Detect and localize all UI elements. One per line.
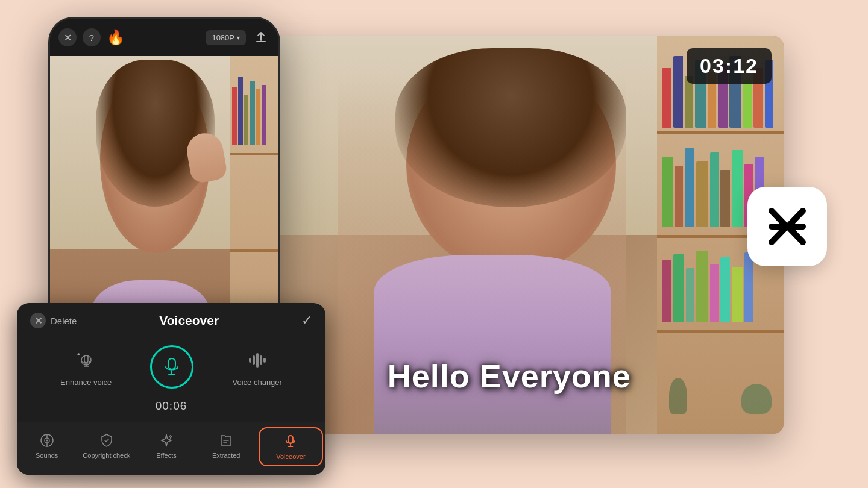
confirm-check[interactable]: ✓ xyxy=(301,313,312,328)
mic-ring xyxy=(150,345,193,389)
resolution-selector[interactable]: 1080P ▾ xyxy=(206,30,246,45)
svg-point-14 xyxy=(46,440,48,442)
toolbar-item-extracted[interactable]: Extracted xyxy=(197,427,256,466)
voiceover-toolbar-icon xyxy=(282,433,299,450)
svg-rect-17 xyxy=(288,436,293,443)
toolbar-item-effects[interactable]: Effects xyxy=(136,427,196,466)
timer-display: 00:06 xyxy=(17,393,326,422)
copyright-icon xyxy=(98,432,115,449)
video-preview: 03:12 Hello Everyone xyxy=(259,36,784,434)
svg-rect-4 xyxy=(168,358,175,369)
microphone-button[interactable] xyxy=(150,345,193,389)
svg-rect-7 xyxy=(249,358,251,363)
svg-rect-10 xyxy=(260,355,262,365)
flame-icon: 🔥 xyxy=(107,29,125,46)
effects-label: Effects xyxy=(156,452,176,459)
delete-label: Delete xyxy=(51,316,77,326)
timestamp-badge: 03:12 xyxy=(687,48,772,84)
help-button[interactable]: ? xyxy=(83,28,101,46)
mic-icon xyxy=(162,357,181,377)
voiceover-controls-row: Enhance voice xyxy=(17,336,326,393)
dropdown-arrow: ▾ xyxy=(237,34,240,41)
close-button[interactable]: ✕ xyxy=(58,28,77,46)
toolbar-item-copyright[interactable]: Copyright check xyxy=(77,427,136,466)
toolbar-item-voiceover[interactable]: Voiceover xyxy=(259,427,323,466)
sounds-label: Sounds xyxy=(36,452,58,459)
voiceover-panel: ✕ Delete Voiceover ✓ xyxy=(17,303,326,475)
sounds-icon xyxy=(39,432,55,449)
copyright-label: Copyright check xyxy=(83,452,130,460)
app-background: 03:12 Hello Everyone ✕ ? 🔥 1080P ▾ xyxy=(0,0,868,488)
extracted-icon xyxy=(218,432,234,449)
svg-rect-8 xyxy=(253,355,255,365)
enhance-voice-label: Enhance voice xyxy=(60,378,112,387)
capcut-icon xyxy=(763,202,812,251)
phone-topbar: ✕ ? 🔥 1080P ▾ xyxy=(50,19,278,56)
video-subtitle: Hello Everyone xyxy=(388,357,631,395)
extracted-label: Extracted xyxy=(212,452,240,459)
voice-changer-button[interactable]: Voice changer xyxy=(233,348,282,387)
delete-icon[interactable]: ✕ xyxy=(30,313,46,328)
bottom-toolbar: Sounds Copyright check xyxy=(17,422,326,475)
svg-rect-11 xyxy=(263,358,266,363)
enhance-voice-button[interactable]: Enhance voice xyxy=(60,348,112,387)
voiceover-title: Voiceover xyxy=(159,313,219,328)
toolbar-item-sounds[interactable]: Sounds xyxy=(17,427,77,466)
upload-button[interactable] xyxy=(252,28,270,46)
voiceover-toolbar-label: Voiceover xyxy=(276,453,305,460)
svg-rect-1 xyxy=(84,355,88,363)
effects-icon xyxy=(158,432,175,449)
delete-action[interactable]: ✕ Delete xyxy=(30,313,77,328)
enhance-voice-icon xyxy=(74,348,99,373)
voiceover-header: ✕ Delete Voiceover ✓ xyxy=(17,303,326,336)
voice-changer-icon xyxy=(245,348,270,373)
svg-rect-9 xyxy=(256,353,259,368)
voice-changer-label: Voice changer xyxy=(233,378,282,387)
capcut-logo xyxy=(747,187,827,266)
